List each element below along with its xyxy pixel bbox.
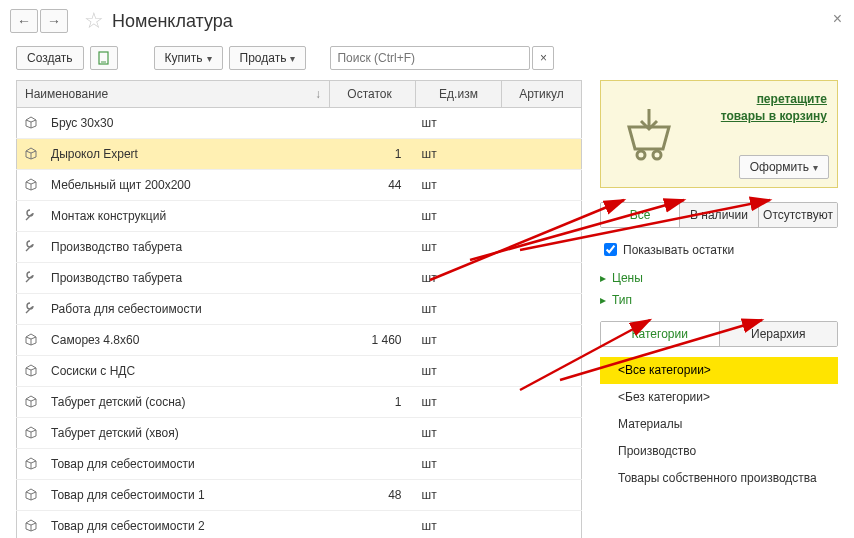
favorite-star-icon[interactable]: ☆ bbox=[84, 8, 104, 34]
table-row[interactable]: Табурет детский (хвоя)шт bbox=[17, 418, 582, 449]
box-icon bbox=[23, 455, 39, 471]
cell-sku bbox=[502, 294, 582, 325]
cell-sku bbox=[502, 139, 582, 170]
cell-stock: 44 bbox=[330, 170, 416, 201]
nav-back-button[interactable]: ← bbox=[10, 9, 38, 33]
box-icon bbox=[23, 176, 39, 192]
cell-stock bbox=[330, 294, 416, 325]
table-row[interactable]: Производство табуреташт bbox=[17, 263, 582, 294]
category-item[interactable]: Материалы bbox=[600, 411, 838, 438]
cell-unit: шт bbox=[416, 418, 502, 449]
cell-name: Сосиски с НДС bbox=[45, 356, 330, 387]
create-from-template-button[interactable] bbox=[90, 46, 118, 70]
cell-unit: шт bbox=[416, 325, 502, 356]
table-row[interactable]: Товар для себестоимости 2шт bbox=[17, 511, 582, 539]
category-item[interactable]: <Без категории> bbox=[600, 384, 838, 411]
cell-stock bbox=[330, 108, 416, 139]
cell-name: Мебельный щит 200x200 bbox=[45, 170, 330, 201]
cell-sku bbox=[502, 108, 582, 139]
cell-sku bbox=[502, 170, 582, 201]
cell-name: Брус 30x30 bbox=[45, 108, 330, 139]
table-row[interactable]: Мебельный щит 200x20044шт bbox=[17, 170, 582, 201]
buy-button[interactable]: Купить▾ bbox=[154, 46, 223, 70]
col-stock[interactable]: Остаток bbox=[330, 81, 416, 108]
cell-unit: шт bbox=[416, 170, 502, 201]
cell-name: Монтаж конструкций bbox=[45, 201, 330, 232]
cell-sku bbox=[502, 387, 582, 418]
cart-hint-link[interactable]: перетащите товары в корзину bbox=[717, 91, 827, 125]
toolbar: Создать Купить▾ Продать▾ × bbox=[0, 42, 854, 80]
header: ← → ☆ Номенклатура × bbox=[0, 0, 854, 42]
cell-unit: шт bbox=[416, 480, 502, 511]
cell-stock: 1 460 bbox=[330, 325, 416, 356]
cell-stock bbox=[330, 511, 416, 539]
show-stock-checkbox[interactable] bbox=[604, 243, 617, 256]
col-sku[interactable]: Артикул bbox=[502, 81, 582, 108]
cell-unit: шт bbox=[416, 511, 502, 539]
search-input[interactable] bbox=[330, 46, 530, 70]
cell-sku bbox=[502, 232, 582, 263]
tab-hierarchy[interactable]: Иерархия bbox=[720, 322, 838, 346]
box-icon bbox=[23, 331, 39, 347]
stock-filter-tabs: Все В наличии Отсутствуют bbox=[600, 202, 838, 228]
chevron-down-icon: ▾ bbox=[813, 162, 818, 173]
table-row[interactable]: Товар для себестоимости 148шт bbox=[17, 480, 582, 511]
cell-stock: 1 bbox=[330, 387, 416, 418]
sell-button[interactable]: Продать▾ bbox=[229, 46, 307, 70]
cell-stock bbox=[330, 356, 416, 387]
cell-name: Табурет детский (хвоя) bbox=[45, 418, 330, 449]
tab-categories[interactable]: Категории bbox=[601, 322, 720, 346]
table-row[interactable]: Брус 30x30шт bbox=[17, 108, 582, 139]
cell-name: Работа для себестоимости bbox=[45, 294, 330, 325]
cell-stock bbox=[330, 449, 416, 480]
cell-sku bbox=[502, 480, 582, 511]
category-item[interactable]: Товары собственного производства bbox=[600, 465, 838, 492]
cell-stock bbox=[330, 201, 416, 232]
cell-unit: шт bbox=[416, 232, 502, 263]
col-unit[interactable]: Ед.изм bbox=[416, 81, 502, 108]
search-clear-button[interactable]: × bbox=[532, 46, 554, 70]
tab-absent[interactable]: Отсутствуют bbox=[759, 203, 837, 227]
tab-all[interactable]: Все bbox=[601, 203, 680, 227]
side-panel: перетащите товары в корзину Оформить▾ Вс… bbox=[600, 80, 838, 538]
box-icon bbox=[23, 424, 39, 440]
cell-unit: шт bbox=[416, 356, 502, 387]
cell-unit: шт bbox=[416, 449, 502, 480]
cell-stock: 1 bbox=[330, 139, 416, 170]
box-icon bbox=[23, 362, 39, 378]
category-item[interactable]: <Все категории> bbox=[600, 357, 838, 384]
table-row[interactable]: Табурет детский (сосна)1шт bbox=[17, 387, 582, 418]
cell-name: Табурет детский (сосна) bbox=[45, 387, 330, 418]
table-row[interactable]: Дырокол Expert1шт bbox=[17, 139, 582, 170]
table-row[interactable]: Товар для себестоимостишт bbox=[17, 449, 582, 480]
cell-unit: шт bbox=[416, 139, 502, 170]
sort-indicator-icon: ↓ bbox=[315, 87, 321, 101]
close-icon[interactable]: × bbox=[833, 10, 842, 28]
nav-forward-button[interactable]: → bbox=[40, 9, 68, 33]
tools-icon bbox=[23, 269, 39, 285]
table-row[interactable]: Работа для себестоимостишт bbox=[17, 294, 582, 325]
category-item[interactable]: Производство bbox=[600, 438, 838, 465]
create-button[interactable]: Создать bbox=[16, 46, 84, 70]
cell-stock bbox=[330, 263, 416, 294]
checkout-button[interactable]: Оформить▾ bbox=[739, 155, 829, 179]
cart-dropzone[interactable]: перетащите товары в корзину Оформить▾ bbox=[600, 80, 838, 188]
cell-sku bbox=[502, 511, 582, 539]
accordion-prices[interactable]: Цены bbox=[600, 267, 838, 289]
cell-name: Товар для себестоимости 1 bbox=[45, 480, 330, 511]
page-title: Номенклатура bbox=[112, 11, 233, 32]
cell-name: Саморез 4.8x60 bbox=[45, 325, 330, 356]
table-row[interactable]: Производство табуреташт bbox=[17, 232, 582, 263]
show-stock-label: Показывать остатки bbox=[623, 243, 734, 257]
table-row[interactable]: Монтаж конструкцийшт bbox=[17, 201, 582, 232]
tools-icon bbox=[23, 300, 39, 316]
tab-instock[interactable]: В наличии bbox=[680, 203, 759, 227]
table-row[interactable]: Сосиски с НДСшт bbox=[17, 356, 582, 387]
cart-icon bbox=[619, 109, 679, 161]
table-row[interactable]: Саморез 4.8x601 460шт bbox=[17, 325, 582, 356]
nomenclature-grid: Наименование↓ Остаток Ед.изм Артикул Бру… bbox=[16, 80, 582, 538]
cell-sku bbox=[502, 263, 582, 294]
cell-sku bbox=[502, 356, 582, 387]
col-name[interactable]: Наименование↓ bbox=[17, 81, 330, 108]
accordion-type[interactable]: Тип bbox=[600, 289, 838, 311]
